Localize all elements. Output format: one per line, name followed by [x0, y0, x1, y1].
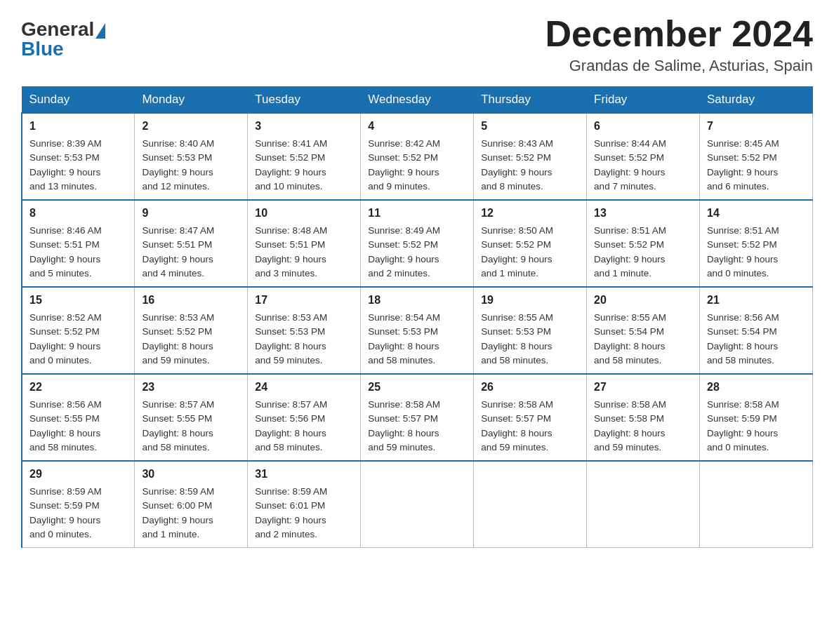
day-number: 3: [255, 118, 353, 135]
day-info-line: Sunset: 5:59 PM: [29, 499, 127, 513]
day-cell: 14Sunrise: 8:51 AMSunset: 5:52 PMDayligh…: [700, 200, 813, 287]
day-info-line: Sunset: 6:00 PM: [142, 499, 240, 513]
day-info-line: Sunrise: 8:58 AM: [707, 398, 805, 412]
day-info-line: Sunset: 5:52 PM: [142, 325, 240, 339]
day-cell: 1Sunrise: 8:39 AMSunset: 5:53 PMDaylight…: [22, 113, 135, 200]
day-info-line: Sunrise: 8:58 AM: [481, 398, 579, 412]
day-info-line: Sunrise: 8:58 AM: [594, 398, 692, 412]
day-info-line: Sunrise: 8:55 AM: [481, 311, 579, 325]
day-info-line: Daylight: 9 hours: [255, 514, 353, 528]
day-info-line: and 58 minutes.: [142, 441, 240, 455]
day-info-line: Sunset: 5:55 PM: [29, 412, 127, 426]
day-info-line: Sunrise: 8:45 AM: [707, 137, 805, 151]
day-info-line: and 59 minutes.: [142, 354, 240, 368]
day-info-line: Daylight: 8 hours: [368, 340, 466, 354]
day-number: 23: [142, 379, 240, 396]
day-info-line: and 0 minutes.: [707, 267, 805, 281]
day-cell: [361, 461, 474, 548]
day-number: 26: [481, 379, 579, 396]
day-info-line: and 1 minute.: [481, 267, 579, 281]
day-info-line: Daylight: 9 hours: [594, 253, 692, 267]
day-cell: 3Sunrise: 8:41 AMSunset: 5:52 PMDaylight…: [248, 113, 361, 200]
week-row-1: 1Sunrise: 8:39 AMSunset: 5:53 PMDaylight…: [22, 113, 813, 200]
day-info-line: Sunset: 5:52 PM: [29, 325, 127, 339]
day-info-line: Sunrise: 8:53 AM: [255, 311, 353, 325]
day-cell: 8Sunrise: 8:46 AMSunset: 5:51 PMDaylight…: [22, 200, 135, 287]
column-header-monday: Monday: [135, 87, 248, 114]
day-info-line: Sunset: 5:53 PM: [368, 325, 466, 339]
day-info-line: and 3 minutes.: [255, 267, 353, 281]
week-row-5: 29Sunrise: 8:59 AMSunset: 5:59 PMDayligh…: [22, 461, 813, 548]
day-cell: 10Sunrise: 8:48 AMSunset: 5:51 PMDayligh…: [248, 200, 361, 287]
day-number: 31: [255, 466, 353, 483]
day-number: 6: [594, 118, 692, 135]
day-info-line: Sunrise: 8:41 AM: [255, 137, 353, 151]
day-info-line: Sunrise: 8:39 AM: [29, 137, 127, 151]
day-cell: [474, 461, 587, 548]
day-number: 8: [29, 205, 127, 222]
day-info-line: Daylight: 9 hours: [142, 253, 240, 267]
day-cell: 16Sunrise: 8:53 AMSunset: 5:52 PMDayligh…: [135, 287, 248, 374]
day-info-line: Daylight: 9 hours: [481, 253, 579, 267]
day-number: 20: [594, 292, 692, 309]
day-info-line: and 59 minutes.: [255, 354, 353, 368]
day-info-line: Daylight: 9 hours: [481, 166, 579, 180]
week-row-3: 15Sunrise: 8:52 AMSunset: 5:52 PMDayligh…: [22, 287, 813, 374]
day-cell: 18Sunrise: 8:54 AMSunset: 5:53 PMDayligh…: [361, 287, 474, 374]
day-cell: 30Sunrise: 8:59 AMSunset: 6:00 PMDayligh…: [135, 461, 248, 548]
day-info-line: Daylight: 9 hours: [368, 166, 466, 180]
day-info-line: Sunrise: 8:50 AM: [481, 224, 579, 238]
day-cell: 27Sunrise: 8:58 AMSunset: 5:58 PMDayligh…: [587, 374, 700, 461]
day-info-line: Sunset: 5:54 PM: [707, 325, 805, 339]
day-info-line: Daylight: 9 hours: [29, 340, 127, 354]
day-info-line: Daylight: 9 hours: [29, 166, 127, 180]
day-info-line: Sunset: 5:56 PM: [255, 412, 353, 426]
day-cell: 24Sunrise: 8:57 AMSunset: 5:56 PMDayligh…: [248, 374, 361, 461]
day-info-line: Daylight: 9 hours: [707, 166, 805, 180]
day-info-line: Daylight: 8 hours: [142, 340, 240, 354]
calendar-subtitle: Grandas de Salime, Asturias, Spain: [545, 57, 813, 75]
day-info-line: Sunset: 5:53 PM: [481, 325, 579, 339]
day-info-line: Sunrise: 8:44 AM: [594, 137, 692, 151]
header-row: SundayMondayTuesdayWednesdayThursdayFrid…: [22, 87, 813, 114]
day-info-line: Sunrise: 8:57 AM: [142, 398, 240, 412]
day-info-line: and 9 minutes.: [368, 180, 466, 194]
day-info-line: and 58 minutes.: [707, 354, 805, 368]
day-number: 12: [481, 205, 579, 222]
day-info-line: Sunset: 5:53 PM: [29, 151, 127, 165]
day-info-line: Sunrise: 8:55 AM: [594, 311, 692, 325]
day-cell: 23Sunrise: 8:57 AMSunset: 5:55 PMDayligh…: [135, 374, 248, 461]
day-info-line: Sunrise: 8:59 AM: [29, 485, 127, 499]
day-info-line: Sunset: 5:57 PM: [481, 412, 579, 426]
day-number: 27: [594, 379, 692, 396]
day-number: 19: [481, 292, 579, 309]
day-info-line: Sunset: 5:54 PM: [594, 325, 692, 339]
day-number: 7: [707, 118, 805, 135]
day-info-line: Daylight: 8 hours: [255, 427, 353, 441]
day-number: 16: [142, 292, 240, 309]
day-number: 2: [142, 118, 240, 135]
day-info-line: Sunset: 5:52 PM: [594, 238, 692, 252]
day-info-line: Daylight: 8 hours: [29, 427, 127, 441]
day-cell: 6Sunrise: 8:44 AMSunset: 5:52 PMDaylight…: [587, 113, 700, 200]
day-info-line: Sunset: 5:52 PM: [368, 238, 466, 252]
day-number: 24: [255, 379, 353, 396]
day-info-line: and 58 minutes.: [368, 354, 466, 368]
day-number: 25: [368, 379, 466, 396]
day-cell: 21Sunrise: 8:56 AMSunset: 5:54 PMDayligh…: [700, 287, 813, 374]
calendar-title: December 2024: [545, 14, 813, 54]
day-info-line: Sunset: 5:51 PM: [29, 238, 127, 252]
day-info-line: and 59 minutes.: [481, 441, 579, 455]
column-header-thursday: Thursday: [474, 87, 587, 114]
week-row-2: 8Sunrise: 8:46 AMSunset: 5:51 PMDaylight…: [22, 200, 813, 287]
day-info-line: Sunset: 5:59 PM: [707, 412, 805, 426]
day-number: 4: [368, 118, 466, 135]
day-info-line: Sunset: 5:51 PM: [142, 238, 240, 252]
day-info-line: Daylight: 8 hours: [594, 340, 692, 354]
day-info-line: Sunrise: 8:51 AM: [594, 224, 692, 238]
day-info-line: Sunset: 5:57 PM: [368, 412, 466, 426]
day-cell: 17Sunrise: 8:53 AMSunset: 5:53 PMDayligh…: [248, 287, 361, 374]
day-info-line: and 58 minutes.: [255, 441, 353, 455]
day-info-line: Sunrise: 8:59 AM: [142, 485, 240, 499]
day-info-line: Sunset: 5:53 PM: [255, 325, 353, 339]
